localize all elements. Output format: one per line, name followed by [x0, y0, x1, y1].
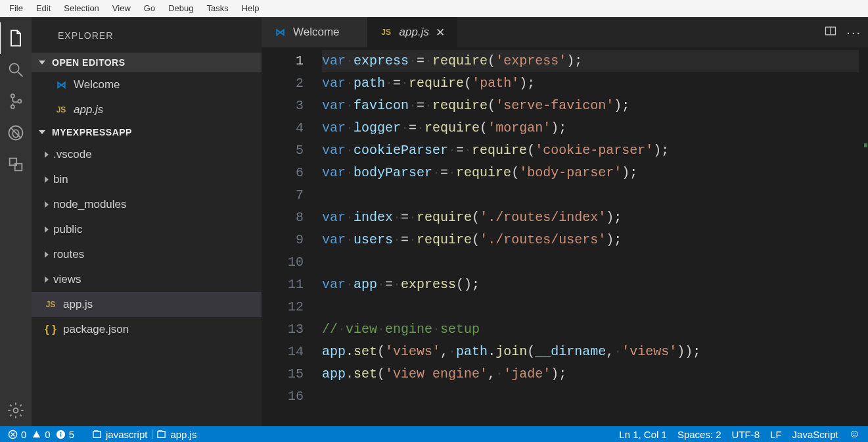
menu-selection[interactable]: Selection — [57, 0, 105, 17]
status-warnings-count: 0 — [45, 429, 50, 440]
tree-item-label: views — [53, 273, 81, 286]
feedback-icon[interactable]: ☺ — [844, 426, 865, 442]
explorer-icon[interactable] — [0, 22, 31, 54]
line-number: 13 — [262, 318, 304, 341]
chevron-right-icon — [45, 251, 49, 258]
code-editor[interactable]: var·express·=·require('express');var·pat… — [322, 47, 859, 426]
menu-debug[interactable]: Debug — [162, 0, 200, 17]
menu-bar: FileEditSelectionViewGoDebugTasksHelp — [0, 0, 868, 17]
line-number: 16 — [262, 385, 304, 408]
line-number: 10 — [262, 251, 304, 274]
file-item[interactable]: JSapp.js — [32, 292, 262, 317]
menu-go[interactable]: Go — [137, 0, 162, 17]
menu-edit[interactable]: Edit — [30, 0, 57, 17]
settings-gear-icon[interactable] — [0, 395, 32, 426]
close-icon[interactable]: ✕ — [436, 26, 445, 39]
status-bar: 0 0 5 javascript app.js Ln 1, Col 1 Spac… — [0, 426, 868, 442]
status-eol[interactable]: LF — [765, 426, 787, 442]
code-line: var·cookieParser·=·require('cookie-parse… — [322, 139, 859, 162]
status-cursor[interactable]: Ln 1, Col 1 — [614, 426, 672, 442]
chevron-right-icon — [45, 226, 49, 233]
menu-help[interactable]: Help — [235, 0, 266, 17]
tree-item-label: public — [53, 223, 82, 236]
status-info[interactable]: 5 — [56, 426, 80, 442]
chevron-right-icon — [45, 201, 49, 208]
file-item[interactable]: { }package.json — [32, 317, 262, 342]
folder-item[interactable]: .vscode — [32, 142, 262, 167]
editor-group: ⋈Welcome✕JSapp.js✕ ··· 12345678910111213… — [262, 17, 868, 426]
line-number: 14 — [262, 341, 304, 363]
split-editor-icon[interactable] — [824, 24, 837, 41]
code-line: app.set('views',·path.join(__dirname,·'v… — [322, 341, 859, 363]
workspace-header[interactable]: MYEXPRESSAPP — [32, 122, 262, 142]
svg-rect-20 — [158, 431, 165, 437]
status-path-label: app.js — [170, 429, 196, 440]
open-editor-item[interactable]: JSapp.js — [32, 97, 262, 122]
open-editors-label: OPEN EDITORS — [52, 57, 126, 68]
code-line: var·users·=·require('./routes/users'); — [322, 229, 859, 251]
folder-item[interactable]: routes — [32, 242, 262, 267]
line-number-gutter: 12345678910111213141516 — [262, 47, 322, 426]
tree-item-label: app.js — [63, 298, 93, 311]
svg-line-7 — [11, 128, 21, 138]
code-line: var·favicon·=·require('serve-favicon'); — [322, 95, 859, 117]
workspace-label: MYEXPRESSAPP — [52, 127, 132, 137]
status-scope[interactable]: javascript app.js — [87, 426, 202, 442]
folder-item[interactable]: node_modules — [32, 192, 262, 217]
svg-point-2 — [11, 94, 14, 97]
code-line: var·app·=·express(); — [322, 274, 859, 296]
status-warnings[interactable]: 0 — [32, 426, 55, 442]
overview-ruler[interactable] — [859, 47, 868, 426]
status-errors-count: 0 — [21, 429, 26, 440]
code-line — [322, 296, 859, 318]
more-actions-icon[interactable]: ··· — [846, 25, 861, 40]
line-number: 1 — [262, 50, 304, 72]
status-indent[interactable]: Spaces: 2 — [672, 426, 727, 442]
open-editors-header[interactable]: OPEN EDITORS — [32, 53, 262, 72]
js-file-icon: JS — [43, 300, 58, 309]
code-line: var·logger·=·require('morgan'); — [322, 117, 859, 139]
status-encoding[interactable]: UTF-8 — [727, 426, 765, 442]
vs-icon: ⋈ — [273, 26, 286, 38]
code-line — [322, 251, 859, 274]
line-number: 5 — [262, 139, 304, 162]
code-line: app.set('view engine',·'jade'); — [322, 363, 859, 385]
code-line — [322, 385, 859, 408]
debug-icon[interactable] — [0, 117, 32, 149]
tree-item-label: bin — [53, 173, 68, 186]
svg-line-1 — [18, 72, 23, 77]
menu-tasks[interactable]: Tasks — [200, 0, 235, 17]
chevron-down-icon — [39, 61, 45, 64]
folder-item[interactable]: views — [32, 267, 262, 292]
open-editor-item[interactable]: ⋈Welcome — [32, 72, 262, 97]
line-number: 7 — [262, 184, 304, 207]
editor-tabs: ⋈Welcome✕JSapp.js✕ ··· — [262, 17, 868, 47]
line-number: 12 — [262, 296, 304, 318]
js-file-icon: JS — [54, 105, 68, 114]
menu-view[interactable]: View — [106, 0, 137, 17]
code-line: var·index·=·require('./routes/index'); — [322, 207, 859, 229]
status-language[interactable]: JavaScript — [787, 426, 844, 442]
tree-item-label: node_modules — [53, 198, 127, 211]
editor-tab[interactable]: JSapp.js✕ — [368, 17, 457, 47]
line-number: 3 — [262, 95, 304, 117]
svg-point-4 — [18, 99, 21, 103]
folder-item[interactable]: bin — [32, 167, 262, 192]
menu-file[interactable]: File — [3, 0, 30, 17]
chevron-right-icon — [45, 176, 49, 183]
svg-point-3 — [11, 105, 14, 109]
status-scope-label: javascript — [106, 429, 147, 440]
editor-tab[interactable]: ⋈Welcome✕ — [262, 17, 368, 47]
line-number: 4 — [262, 117, 304, 139]
tab-label: Welcome — [293, 26, 340, 39]
line-number: 8 — [262, 207, 304, 229]
extensions-icon[interactable] — [0, 149, 32, 180]
status-errors[interactable]: 0 — [3, 426, 32, 442]
folder-item[interactable]: public — [32, 217, 262, 242]
source-control-icon[interactable] — [0, 86, 32, 117]
line-number: 11 — [262, 274, 304, 296]
code-line: var·express·=·require('express'); — [322, 50, 859, 72]
search-icon[interactable] — [0, 54, 32, 86]
svg-rect-17 — [60, 433, 61, 437]
line-number: 9 — [262, 229, 304, 251]
